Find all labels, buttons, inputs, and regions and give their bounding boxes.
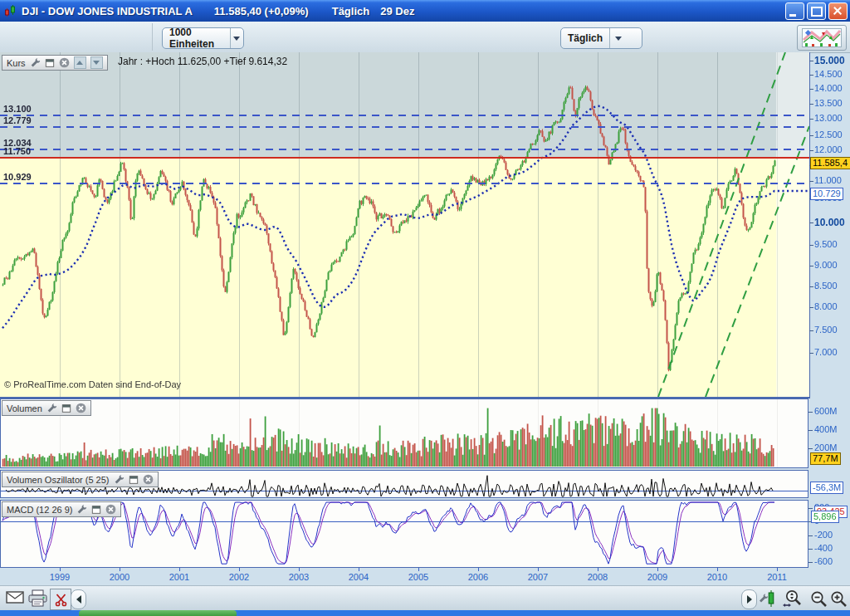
macd-panel-title: MACD (12 26 9) xyxy=(7,505,72,515)
price-level-line xyxy=(0,126,809,128)
year-label: 2005 xyxy=(400,572,437,582)
year-label: 1999 xyxy=(42,572,78,582)
price-axis-label: 8.000 xyxy=(814,301,838,311)
chart-settings-icon[interactable] xyxy=(759,589,778,608)
window-icon[interactable] xyxy=(91,505,101,515)
axis-tick xyxy=(808,448,813,449)
axis-tick xyxy=(809,266,813,266)
volume-value-badge: 77,7M xyxy=(810,452,841,465)
year-label: 2010 xyxy=(699,572,735,582)
oscillator-panel-header: Volumen Oszillator (5 25) xyxy=(2,472,159,487)
wrench-icon[interactable] xyxy=(76,504,87,515)
volume-axis-label: 200M xyxy=(814,442,838,452)
axis-tick xyxy=(809,245,813,246)
window-icon[interactable] xyxy=(61,403,71,413)
zoom-in-icon[interactable] xyxy=(829,589,848,609)
macd-histogram-badge: 5,896 xyxy=(811,511,839,523)
year-label: 2001 xyxy=(161,572,198,582)
price-axis-label: 7.000 xyxy=(814,347,838,357)
maximize-button[interactable] xyxy=(807,2,826,20)
email-icon[interactable] xyxy=(6,590,24,604)
year-label: 2004 xyxy=(340,572,377,582)
axis-tick xyxy=(809,150,813,151)
price-axis-label: 13.500 xyxy=(814,98,843,108)
chart-style-icon xyxy=(802,28,842,47)
price-chart-panel: 13.10012.77912.03411.75010.929 Kurs Jahr… xyxy=(0,52,810,398)
axis-tick xyxy=(809,104,813,105)
cut-icon[interactable] xyxy=(50,589,71,610)
axis-tick xyxy=(808,549,813,550)
window-icon[interactable] xyxy=(45,58,55,68)
copyright-text: © ProRealTime.com Daten sind End-of-Day xyxy=(4,379,181,389)
price-level-label: 10.929 xyxy=(3,172,32,182)
move-up-icon[interactable] xyxy=(74,56,86,69)
close-button[interactable] xyxy=(828,2,848,20)
year-label: 2008 xyxy=(579,572,616,582)
axis-tick xyxy=(809,135,813,136)
wrench-icon[interactable] xyxy=(46,403,57,413)
macd-axis-label: -400 xyxy=(814,543,833,553)
chart-style-button[interactable] xyxy=(797,25,847,51)
axis-tick xyxy=(809,222,813,223)
year-tick xyxy=(717,568,718,571)
axis-tick xyxy=(809,75,813,76)
main-toolbar: 1000 Einheiten Täglich xyxy=(0,22,850,53)
zoom-out-icon[interactable] xyxy=(809,589,828,609)
close-icon[interactable] xyxy=(143,474,154,485)
price-axis-label: 9.500 xyxy=(814,239,838,249)
close-icon[interactable] xyxy=(76,403,86,413)
year-tick xyxy=(179,568,180,571)
price-panel-title: Kurs xyxy=(7,58,26,68)
price-level-lines: 13.10012.77912.03411.75010.929 xyxy=(0,52,809,397)
price-axis-label: 10.000 xyxy=(814,217,845,228)
moving-average-badge: 10.729 xyxy=(810,188,843,200)
macd-canvas[interactable] xyxy=(1,501,808,567)
wrench-icon[interactable] xyxy=(114,474,125,485)
year-high-low-info: Jahr : +Hoch 11.625,00 +Tief 9.614,32 xyxy=(118,56,287,67)
price-level-line xyxy=(0,149,809,150)
axis-tick xyxy=(808,430,813,431)
macd-axis-label: -600 xyxy=(814,556,833,566)
wrench-icon[interactable] xyxy=(30,57,41,68)
volume-panel-header: Volumen xyxy=(2,400,91,416)
axis-tick xyxy=(809,330,813,331)
axis-tick xyxy=(809,89,813,90)
year-tick xyxy=(538,568,539,571)
scroll-left-icon[interactable] xyxy=(71,589,86,609)
axis-tick xyxy=(809,307,813,308)
candlestick-app-icon xyxy=(4,5,17,17)
price-axis-label: 8.500 xyxy=(814,281,838,291)
price-axis-label: 9.000 xyxy=(814,260,838,270)
oscillator-panel-title: Volumen Oszillator (5 25) xyxy=(7,475,110,485)
axis-tick xyxy=(809,181,813,182)
close-icon[interactable] xyxy=(105,504,116,515)
scroll-right-icon[interactable] xyxy=(741,589,757,609)
pan-zoom-icon[interactable] xyxy=(781,589,804,609)
volume-axis-label: 600M xyxy=(814,406,838,416)
window-icon[interactable] xyxy=(129,475,139,485)
year-label: 2003 xyxy=(281,572,317,582)
axis-tick xyxy=(809,353,813,354)
close-icon[interactable] xyxy=(59,57,70,68)
units-dropdown[interactable]: 1000 Einheiten xyxy=(162,27,244,49)
year-tick xyxy=(239,568,240,571)
titlebar-period: Täglich xyxy=(332,5,370,17)
move-down-icon[interactable] xyxy=(90,56,103,69)
price-level-line xyxy=(0,157,809,159)
macd-panel-header: MACD (12 26 9) xyxy=(2,501,121,517)
year-label: 2000 xyxy=(101,572,138,582)
year-label: 2006 xyxy=(460,572,496,582)
price-axis-label: 11.000 xyxy=(814,175,842,185)
period-dropdown[interactable]: Täglich xyxy=(560,27,642,49)
price-axis-label: 14.000 xyxy=(814,83,843,93)
last-price-badge: 11.585,4 xyxy=(810,157,850,169)
year-label: 2011 xyxy=(759,572,795,582)
print-icon[interactable] xyxy=(27,589,48,607)
year-tick xyxy=(120,568,120,571)
macd-axis-label: -200 xyxy=(814,530,833,540)
volume-bars-canvas[interactable] xyxy=(1,399,808,467)
price-level-label: 13.100 xyxy=(3,104,32,114)
price-level-label: 12.779 xyxy=(3,115,32,125)
year-tick xyxy=(598,568,598,571)
minimize-button[interactable] xyxy=(785,2,804,20)
